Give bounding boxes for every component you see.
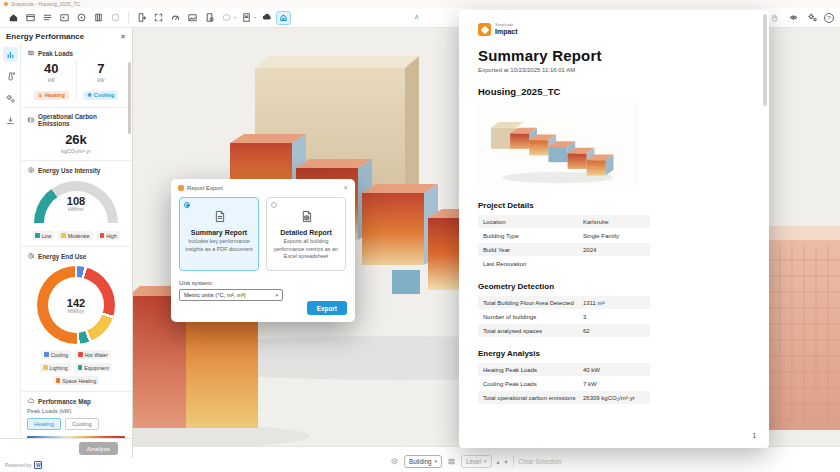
window-icon[interactable] <box>23 11 38 25</box>
close-icon[interactable]: ✕ <box>343 184 348 191</box>
option-title: Detailed Report <box>272 229 340 236</box>
help-icon[interactable]: ? <box>824 13 834 23</box>
heating-icon: ♨ <box>38 92 43 98</box>
building-icon[interactable] <box>91 11 106 25</box>
panel-content: Peak Loads 40 kW ♨Heating 7 kW ❄Cooling <box>21 44 132 438</box>
divider <box>513 456 514 467</box>
co2-icon <box>27 116 35 124</box>
level-layers-icon <box>447 452 456 470</box>
export-button[interactable]: Export <box>307 301 347 315</box>
card-title: Peak Loads <box>38 50 73 57</box>
view-icon[interactable] <box>786 11 801 25</box>
impact-logo-icon <box>478 23 491 36</box>
impact-brand: Snaptrude Impact <box>478 23 769 36</box>
doc-settings-icon[interactable] <box>202 11 217 25</box>
end-use-legend: Cooling Hot Water Lighting Equipment Spa… <box>27 350 125 385</box>
target-icon[interactable] <box>74 11 89 25</box>
powered-by: Powered by W <box>0 458 133 472</box>
dialog-header[interactable]: Report Export ✕ <box>171 179 355 194</box>
export-doc-icon[interactable] <box>134 11 149 25</box>
excel-doc-icon <box>301 210 312 223</box>
end-use-donut: 142 MWh/yr <box>37 266 115 344</box>
radio-unselected-icon[interactable] <box>271 202 277 208</box>
end-use-card: Energy End Use 142 MWh/yr Cooling Hot Wa… <box>21 247 132 392</box>
render-icon[interactable] <box>185 11 200 25</box>
chevron-down-icon: ▾ <box>234 15 236 20</box>
unit-system-label: Unit system: <box>179 279 347 286</box>
building-select[interactable]: Building▾ <box>404 455 442 468</box>
table-row: Build Year2024 <box>478 243 650 256</box>
collapse-toolbar-icon[interactable]: ∧ <box>414 13 419 21</box>
eui-card: Energy Use Intensity 108 kWh/m² Low Mode… <box>21 161 132 247</box>
report-project-name: Housing_2025_TC <box>478 86 769 97</box>
cooling-metric: 7 kW ❄Cooling <box>76 61 126 101</box>
doc-menu-icon[interactable] <box>239 11 254 25</box>
card-title: Energy End Use <box>38 253 86 260</box>
table-row: Cooling Peak Loads7 kW <box>478 377 650 390</box>
summary-report-option[interactable]: Summary Report Includes key performance … <box>179 197 259 271</box>
radio-selected-icon[interactable] <box>184 202 190 208</box>
option-title: Summary Report <box>185 229 253 236</box>
building-stack-icon <box>390 452 399 470</box>
end-use-value: 142 <box>67 297 85 309</box>
report-export-dialog: Report Export ✕ Summary Report Includes … <box>171 179 355 322</box>
clear-selection-button[interactable]: Clear Selection <box>519 458 562 465</box>
model-menu-icon <box>219 11 234 25</box>
sync-icon[interactable] <box>259 11 274 25</box>
table-row: LocationKarlsruhe <box>478 215 650 228</box>
gauge-icon[interactable] <box>168 11 183 25</box>
heating-unit: kW <box>27 77 76 83</box>
project-details-table: LocationKarlsruhe Building TypeSingle Fa… <box>478 215 650 270</box>
heating-value: 40 <box>27 61 76 76</box>
titlebar: Snaptrude - Housing_2025_TC <box>0 0 840 8</box>
level-down-icon[interactable]: ▾ <box>505 458 508 465</box>
analyze-button[interactable]: Analyze <box>79 442 118 455</box>
panel-scrollbar[interactable] <box>128 62 131 134</box>
close-icon[interactable]: ✕ <box>120 33 126 41</box>
settings-icon[interactable] <box>805 11 820 25</box>
export-tab-icon[interactable] <box>3 113 18 128</box>
frame-icon[interactable] <box>57 11 72 25</box>
table-row: Number of buildings3 <box>478 310 650 323</box>
energy-performance-tab-icon[interactable] <box>3 47 18 62</box>
heating-tab[interactable]: Heating <box>27 418 61 430</box>
panel-rail <box>0 44 21 438</box>
comfort-tab-icon[interactable] <box>3 69 18 84</box>
chevron-down-icon: ▾ <box>254 15 256 20</box>
fit-view-icon[interactable] <box>151 11 166 25</box>
settings-tab-icon[interactable] <box>3 91 18 106</box>
level-select[interactable]: Level▾ <box>461 455 492 468</box>
report-scrollbar[interactable] <box>763 14 767 106</box>
panel-header: Energy Performance ✕ <box>0 28 132 44</box>
section-heading: Energy Analysis <box>478 349 769 358</box>
chevron-down-icon: ▾ <box>484 458 487 464</box>
layers-icon[interactable] <box>40 11 55 25</box>
carbon-emissions-card: Operational Carbon Emissions 26k kgCO₂/m… <box>21 108 132 161</box>
geometry-detection-table: Total Building Floor Area Detected1311 m… <box>478 296 650 337</box>
dialog-title: Report Export <box>187 185 223 191</box>
unit-system-value: Metric units (°C, m², m³) <box>184 292 246 298</box>
eui-value: 108 <box>34 195 118 207</box>
home-icon[interactable] <box>6 11 21 25</box>
heat-scale-bar <box>27 436 125 438</box>
cooling-tab[interactable]: Cooling <box>65 418 99 430</box>
report-exported-at: Exported at 10/23/2025 11:16:01 AM <box>478 67 769 73</box>
impact-tool-icon[interactable] <box>276 11 291 25</box>
level-up-icon[interactable]: ▴ <box>497 458 500 465</box>
table-row: Total Building Floor Area Detected1311 m… <box>478 296 650 309</box>
unit-system-select[interactable]: Metric units (°C, m², m³) ▾ <box>179 289 283 301</box>
impact-dialog-icon <box>178 185 184 191</box>
card-title: Operational Carbon Emissions <box>38 113 125 127</box>
table-row: Last Renovation <box>478 257 650 270</box>
energy-performance-panel: Energy Performance ✕ Peak Loads 40 kW <box>0 28 133 458</box>
app-logo-icon <box>4 2 8 6</box>
eui-legend: Low Moderate High <box>27 231 125 240</box>
eui-gauge: 108 kWh/m² <box>34 181 118 225</box>
pan-icon[interactable] <box>767 11 782 25</box>
heating-metric: 40 kW ♨Heating <box>27 61 76 101</box>
toolbar-right: ? <box>767 11 834 25</box>
detailed-report-option[interactable]: Detailed Report Exports all building per… <box>266 197 346 271</box>
performance-map-subtitle: Peak Loads (kW) <box>27 408 125 414</box>
table-row: Total operational carbon emissions26309 … <box>478 391 650 404</box>
performance-map-icon <box>27 397 35 405</box>
